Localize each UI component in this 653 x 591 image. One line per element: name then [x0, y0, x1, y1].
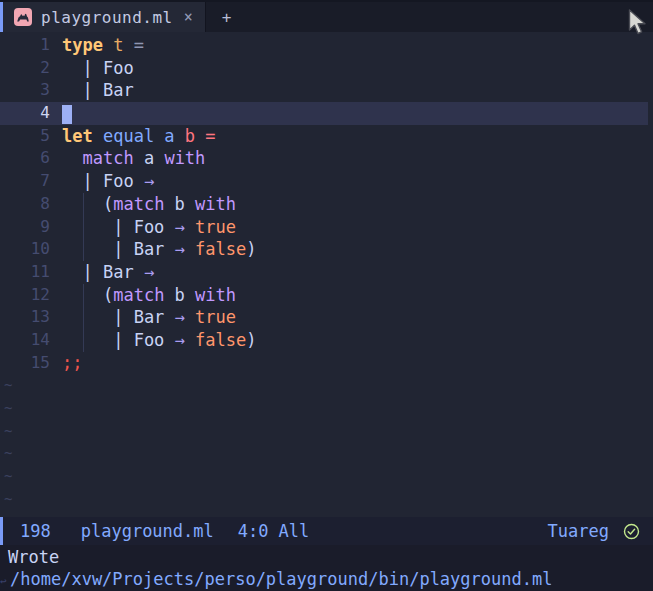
code-text: | Bar: [62, 79, 134, 102]
code-line-4[interactable]: 4: [0, 102, 648, 125]
code-text: type t =: [62, 34, 144, 57]
code-line-2[interactable]: 2 | Foo: [0, 57, 653, 80]
line-number: 4: [0, 102, 62, 125]
code-line-10[interactable]: 10 | Bar → false): [0, 238, 653, 261]
line-number: 5: [0, 125, 62, 148]
empty-line-tilde: ~: [0, 488, 653, 511]
check-circle-icon[interactable]: [623, 523, 640, 540]
emacs-frame: { "colors": { "accent_blue": "#7a9bf7", …: [0, 0, 653, 591]
echo-message: Wrote: [0, 546, 653, 568]
line-number: 15: [0, 352, 62, 375]
code-text: | Foo: [62, 57, 134, 80]
modeline-major-mode[interactable]: Tuareg: [548, 521, 609, 541]
code-text: | Foo →: [62, 170, 154, 193]
empty-line-tilde: ~: [0, 442, 653, 465]
tab-bar: playground.ml × +: [0, 0, 653, 32]
code-line-1[interactable]: 1type t =: [0, 34, 653, 57]
code-text: | Foo → false): [62, 329, 257, 352]
line-number: 7: [0, 170, 62, 193]
echo-file-path-line: ↩ /home/xvw/Projects/perso/playground/bi…: [0, 568, 653, 590]
code-text: (match b with: [62, 284, 236, 307]
line-number: 11: [0, 261, 62, 284]
code-line-14[interactable]: 14 | Foo → false): [0, 329, 653, 352]
code-line-13[interactable]: 13 | Bar → true: [0, 306, 653, 329]
empty-line-tilde: ~: [0, 420, 653, 443]
new-tab-button[interactable]: +: [206, 2, 248, 32]
empty-line-tilde: ~: [0, 397, 653, 420]
empty-line-tilde: ~: [0, 465, 653, 488]
code-line-6[interactable]: 6 match a with: [0, 147, 653, 170]
echo-file-path: /home/xvw/Projects/perso/playground/bin/…: [10, 569, 552, 589]
code-line-15[interactable]: 15;;: [0, 352, 653, 375]
code-line-8[interactable]: 8 (match b with: [0, 193, 653, 216]
code-text: match a with: [62, 147, 205, 170]
code-text: let equal a b =: [62, 125, 216, 148]
tab-playground-ml[interactable]: playground.ml ×: [3, 2, 206, 32]
code-line-5[interactable]: 5let equal a b =: [0, 125, 653, 148]
code-text: (match b with: [62, 193, 236, 216]
code-lines: 1type t =2 | Foo3 | Bar45let equal a b =…: [0, 34, 653, 374]
code-text: | Bar → true: [62, 306, 236, 329]
line-number: 3: [0, 79, 62, 102]
code-text: | Bar →: [62, 261, 154, 284]
modeline-buffer-name[interactable]: playground.ml: [81, 521, 214, 541]
editor-buffer[interactable]: 1type t =2 | Foo3 | Bar45let equal a b =…: [0, 32, 653, 517]
empty-line-markers: ~~~~~~: [0, 374, 653, 510]
code-text: [62, 102, 72, 125]
line-number: 1: [0, 34, 62, 57]
line-number: 8: [0, 193, 62, 216]
line-number: 10: [0, 238, 62, 261]
line-number: 6: [0, 147, 62, 170]
line-number: 2: [0, 57, 62, 80]
modeline-accent-bar: [0, 517, 3, 545]
tab-label: playground.ml: [41, 8, 173, 27]
code-text: | Bar → false): [62, 238, 257, 261]
modeline: 198 playground.ml 4:0 All Tuareg: [0, 517, 653, 545]
modeline-scroll-indicator: All: [279, 521, 310, 541]
line-number: 9: [0, 216, 62, 239]
code-text: | Foo → true: [62, 216, 236, 239]
code-line-11[interactable]: 11 | Bar →: [0, 261, 653, 284]
modeline-cursor-position: 4:0: [238, 521, 269, 541]
line-number: 12: [0, 284, 62, 307]
code-text: ;;: [62, 352, 82, 375]
line-number: 13: [0, 306, 62, 329]
code-line-9[interactable]: 9 | Foo → true: [0, 216, 653, 239]
echo-area: Wrote ↩ /home/xvw/Projects/perso/playgro…: [0, 545, 653, 591]
camel-icon: [14, 8, 32, 26]
code-line-3[interactable]: 3 | Bar: [0, 79, 653, 102]
tab-close-icon[interactable]: ×: [184, 8, 193, 26]
empty-line-tilde: ~: [0, 374, 653, 397]
modeline-position: 198: [20, 521, 51, 541]
code-line-7[interactable]: 7 | Foo →: [0, 170, 653, 193]
text-cursor: [62, 105, 72, 124]
code-line-12[interactable]: 12 (match b with: [0, 284, 653, 307]
wrap-indicator-icon: ↩: [0, 571, 7, 591]
line-number: 14: [0, 329, 62, 352]
mouse-cursor-icon: [628, 9, 652, 41]
